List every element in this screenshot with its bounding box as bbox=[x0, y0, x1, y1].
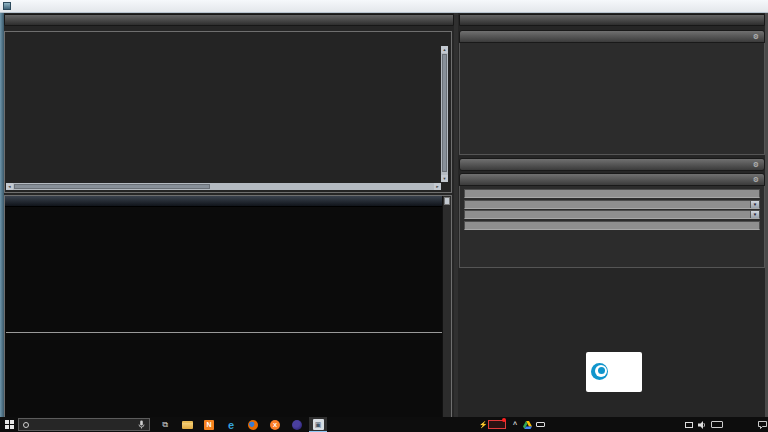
search-input[interactable] bbox=[18, 418, 150, 431]
scroll-down-arrow[interactable]: ▼ bbox=[441, 175, 448, 182]
scroll-left-arrow[interactable]: ◄ bbox=[6, 183, 13, 190]
edge-icon[interactable]: e bbox=[223, 417, 239, 432]
seconds-refresh-field[interactable] bbox=[464, 221, 760, 230]
maximize-button[interactable] bbox=[718, 0, 742, 13]
google-drive-icon[interactable] bbox=[521, 417, 533, 432]
firefox-icon[interactable] bbox=[245, 417, 261, 432]
logo-wave-icon bbox=[591, 363, 608, 380]
keyboard-icon[interactable] bbox=[709, 417, 724, 432]
scroll-right-arrow[interactable]: ► bbox=[434, 183, 441, 190]
notification-center-icon[interactable] bbox=[756, 417, 768, 432]
ashtree-marine-logo bbox=[586, 352, 642, 392]
tray-expand-icon[interactable]: ^ bbox=[510, 417, 520, 432]
cortana-icon bbox=[23, 422, 29, 428]
chart-vertical-scrollbar[interactable] bbox=[442, 196, 451, 417]
compare-session-select[interactable]: ▼ bbox=[464, 200, 760, 209]
scroll-up-arrow[interactable]: ▲ bbox=[441, 46, 448, 53]
close-application-button[interactable] bbox=[459, 14, 765, 26]
network-icon[interactable] bbox=[683, 417, 695, 432]
hide-side-panel-button[interactable] bbox=[4, 14, 454, 26]
microphone-icon[interactable] bbox=[138, 420, 145, 429]
gear-icon[interactable]: ⚙ bbox=[753, 174, 759, 185]
rolling-data-groupbox bbox=[4, 31, 452, 193]
start-button[interactable] bbox=[2, 417, 16, 432]
table-horizontal-scrollbar[interactable]: ◄ ► bbox=[6, 183, 441, 190]
chevron-down-icon[interactable]: ▼ bbox=[750, 201, 759, 208]
window-titlebar bbox=[0, 0, 768, 13]
gear-icon[interactable]: ⚙ bbox=[753, 31, 759, 42]
battery-icon[interactable] bbox=[534, 417, 546, 432]
data-display-body: ▼ ▼ bbox=[459, 186, 765, 268]
taskbar: ⧉ N e X ▣ ⚡ ^ bbox=[0, 417, 768, 432]
eclipse-icon[interactable] bbox=[289, 417, 305, 432]
app-icon bbox=[3, 2, 11, 10]
session-body bbox=[459, 43, 765, 155]
power-plug-icon[interactable]: ⚡ bbox=[478, 417, 488, 432]
task-view-icon[interactable]: ⧉ bbox=[157, 417, 173, 432]
n-app-icon[interactable]: N bbox=[201, 417, 217, 432]
clock[interactable] bbox=[725, 417, 755, 432]
gear-icon[interactable]: ⚙ bbox=[753, 159, 759, 170]
screen: ▲ ▼ ◄ ► ⚙ ⚙ ⚙ ▼ ▼ bbox=[0, 0, 768, 432]
speaker-icon[interactable] bbox=[696, 417, 708, 432]
xampp-icon[interactable]: X bbox=[267, 417, 283, 432]
file-explorer-icon[interactable] bbox=[179, 417, 195, 432]
section-data-display-control[interactable]: ⚙ bbox=[459, 173, 765, 186]
scrollbar-thumb[interactable] bbox=[14, 184, 210, 189]
max-records-select[interactable]: ▼ bbox=[464, 210, 760, 219]
table-vertical-scrollbar[interactable]: ▲ ▼ bbox=[441, 46, 448, 182]
active-app-icon[interactable]: ▣ bbox=[309, 417, 327, 432]
alert-dot-icon bbox=[502, 418, 506, 422]
section-session[interactable]: ⚙ bbox=[459, 30, 765, 43]
scrollbar-thumb[interactable] bbox=[442, 54, 447, 172]
close-button[interactable] bbox=[742, 0, 766, 13]
charts-group-header bbox=[5, 196, 451, 207]
chart-divider bbox=[6, 332, 450, 333]
auto-update-field[interactable] bbox=[464, 189, 760, 198]
boat-wind-speed-chart bbox=[4, 212, 456, 320]
minimize-button[interactable] bbox=[694, 0, 718, 13]
chevron-down-icon[interactable]: ▼ bbox=[750, 211, 759, 218]
scrollbar-thumb[interactable] bbox=[444, 197, 450, 205]
section-data-collector[interactable]: ⚙ bbox=[459, 158, 765, 171]
